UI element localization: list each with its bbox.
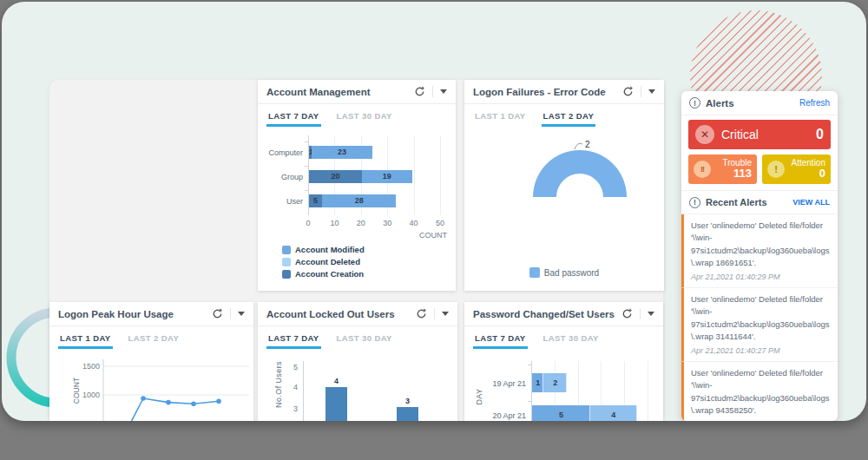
refresh-icon[interactable] [416, 308, 427, 319]
legend-label: Account Modified [295, 245, 365, 254]
y-axis-title: DAY [475, 366, 483, 421]
category-label: Computer [260, 148, 303, 157]
tab-bar: LAST 1 DAY LAST 2 DAY [49, 326, 253, 349]
tab-last-30-day[interactable]: LAST 30 DAY [337, 104, 392, 127]
tab-last-7-day[interactable]: LAST 7 DAY [268, 326, 319, 349]
svg-text:1000: 1000 [82, 391, 100, 399]
bar-value-label: 2 [543, 373, 567, 392]
gridline [414, 135, 415, 215]
tab-bar: LAST 7 DAY LAST 30 DAY [258, 326, 457, 349]
legend-swatch [529, 267, 540, 278]
header-divider [640, 308, 641, 319]
x-tick-label: 50 [430, 219, 450, 227]
tab-bar: LAST 7 DAY LAST 30 DAY [258, 104, 456, 127]
alert-list-item[interactable]: User 'onlinedemo' Deleted file/folder '\… [681, 214, 838, 288]
bar-value-label: 4 [590, 405, 637, 421]
recent-alerts-list: User 'onlinedemo' Deleted file/folder '\… [681, 214, 838, 421]
y-tick-label: 4 [282, 383, 298, 391]
alerts-title: Alerts [706, 98, 799, 108]
alert-circle-icon: ! [689, 97, 700, 108]
chevron-down-icon[interactable] [648, 89, 655, 94]
panel-controls [414, 86, 447, 97]
chevron-down-icon[interactable] [238, 312, 245, 316]
bar-segment: 28 [322, 194, 396, 207]
panel-controls [621, 308, 654, 319]
tab-last-30-day[interactable]: LAST 30 DAY [337, 326, 392, 349]
x-tick-label: 20 [351, 219, 372, 227]
legend-swatch [282, 246, 291, 254]
refresh-icon[interactable] [622, 86, 634, 97]
panel-title: Account Management [266, 87, 414, 97]
panel-logon-failures: Logon Failures - Error Code LAST 1 DAY L… [464, 80, 664, 291]
chevron-down-icon[interactable] [648, 312, 654, 316]
critical-summary-card[interactable]: ✕ Critical 0 [688, 120, 831, 149]
alert-timestamp: Apr 21,2021 01:40:29 PM [691, 273, 831, 281]
chevron-down-icon[interactable] [442, 312, 449, 316]
bar-segment: 1 [532, 373, 543, 392]
alerts-panel: ! Alerts Refresh ✕ Critical 0 !! Trouble… [681, 91, 838, 421]
view-all-link[interactable]: VIEW ALL [792, 198, 830, 207]
tab-last-7-day[interactable]: LAST 7 DAY [475, 326, 526, 349]
bar-value-label: 19 [362, 170, 412, 183]
alert-list-item[interactable]: User 'onlinedemo' Deleted file/folder '\… [681, 362, 838, 421]
panel-title: Account Locked Out Users [266, 309, 416, 319]
bar-value-label: 23 [312, 146, 372, 159]
alert-timestamp: Apr 21,2021 01:23:08 PM [691, 420, 831, 421]
tab-last-2-day[interactable]: LAST 2 DAY [128, 326, 180, 349]
account-locked-bar-chart: 543No.Of Users43 [258, 349, 457, 421]
tab-last-2-day[interactable]: LAST 2 DAY [543, 104, 595, 127]
chevron-down-icon[interactable] [440, 89, 447, 94]
logon-peak-line-chart: 15001000COUNT [49, 349, 253, 421]
refresh-icon[interactable] [621, 308, 633, 319]
logon-failures-legend: Bad password [464, 267, 664, 278]
trouble-double-bang-icon: !! [694, 161, 711, 178]
refresh-icon[interactable] [212, 308, 223, 319]
panel-header: Account Management [258, 80, 456, 104]
panel-header: Logon Peak Hour Usage [49, 302, 253, 326]
bar-segment: 4 [590, 405, 637, 421]
legend-swatch [282, 270, 291, 279]
legend-label: Account Creation [295, 269, 364, 279]
legend-item: Account Creation [282, 269, 364, 279]
panel-controls [416, 308, 449, 319]
alert-list-item[interactable]: User 'onlinedemo' Deleted file/folder '\… [681, 288, 838, 362]
y-tick [305, 141, 308, 142]
panel-controls [212, 308, 245, 319]
y-tick-label: 3 [282, 404, 298, 413]
bar-value-label: 4 [326, 377, 347, 385]
tab-last-1-day[interactable]: LAST 1 DAY [60, 326, 111, 349]
alert-message: User 'onlinedemo' Deleted file/folder '\… [691, 293, 831, 343]
tab-last-1-day[interactable]: LAST 1 DAY [475, 104, 526, 127]
bar-value-label: 5 [309, 194, 322, 207]
legend-label: Account Deleted [295, 257, 360, 266]
half-donut: 2 [464, 127, 664, 266]
bar [326, 387, 347, 422]
attention-summary-card[interactable]: ! Attention 0 [762, 154, 831, 184]
panel-account-locked-out-users: Account Locked Out Users LAST 7 DAY LAST… [258, 302, 457, 421]
tab-last-30-day[interactable]: LAST 30 DAY [543, 326, 599, 349]
panel-title: Logon Failures - Error Code [473, 87, 622, 97]
bar [397, 407, 418, 421]
refresh-link[interactable]: Refresh [799, 98, 830, 108]
category-label: Group [260, 173, 303, 181]
x-tick-label: 10 [324, 219, 345, 227]
bar-value-label: 28 [322, 194, 396, 207]
y-tick-label: 5 [282, 363, 298, 371]
legend-swatch [282, 258, 291, 266]
tab-bar: LAST 7 DAY LAST 30 DAY [464, 326, 663, 349]
gridline [648, 361, 648, 421]
recent-alerts-title: Recent Alerts [706, 197, 792, 207]
refresh-icon[interactable] [414, 86, 425, 97]
alert-timestamp: Apr 21,2021 01:40:27 PM [691, 346, 831, 355]
tab-last-7-day[interactable]: LAST 7 DAY [268, 104, 319, 127]
critical-label: Critical [721, 128, 816, 141]
bar-segment: 19 [362, 170, 412, 183]
line-chart-svg: 15001000COUNT [49, 349, 253, 421]
svg-text:1500: 1500 [82, 362, 100, 371]
tab-bar: LAST 1 DAY LAST 2 DAY [464, 104, 664, 127]
trouble-summary-card[interactable]: !! Trouble 113 [688, 154, 757, 184]
trouble-count: 113 [711, 168, 752, 181]
y-tick [305, 190, 308, 191]
plot-area: 01020304050COUNTComputer123Group2019User… [308, 135, 440, 215]
category-label: User [260, 197, 303, 206]
